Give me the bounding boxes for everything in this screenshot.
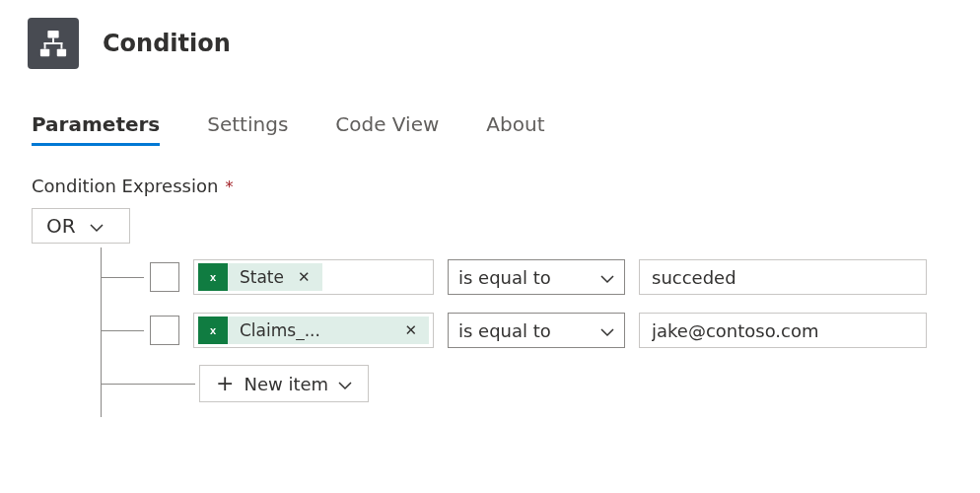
- field-token-label: Claims_...: [240, 320, 320, 340]
- chevron-down-icon: [338, 374, 352, 394]
- field-token-label: State: [240, 267, 284, 287]
- tab-code-view[interactable]: Code View: [335, 112, 439, 146]
- tab-parameters[interactable]: Parameters: [32, 112, 160, 146]
- tree-connector-horizontal: [101, 384, 195, 385]
- condition-icon: [28, 18, 79, 69]
- svg-rect-3: [52, 37, 54, 42]
- required-marker: *: [225, 177, 233, 196]
- field-token-input[interactable]: x Claims_... ✕: [193, 313, 434, 348]
- new-item-label: New item: [244, 374, 328, 394]
- condition-row: x Claims_... ✕ is equal to: [101, 311, 948, 350]
- chevron-down-icon: [90, 214, 104, 238]
- comparator-value: is equal to: [458, 267, 551, 288]
- new-item-button[interactable]: + New item: [199, 365, 369, 402]
- condition-row: x State ✕ is equal to: [101, 257, 948, 297]
- excel-icon: x: [198, 317, 228, 344]
- value-input[interactable]: [639, 259, 927, 295]
- field-token-input[interactable]: x State ✕: [193, 259, 434, 295]
- panel-title: Condition: [103, 30, 231, 57]
- remove-token-icon[interactable]: ✕: [296, 268, 313, 286]
- logical-operator-select[interactable]: OR: [32, 208, 130, 244]
- svg-rect-6: [61, 42, 63, 49]
- svg-rect-4: [44, 42, 63, 44]
- chevron-down-icon: [600, 320, 614, 341]
- remove-token-icon[interactable]: ✕: [402, 321, 419, 339]
- logical-operator-value: OR: [46, 214, 76, 238]
- comparator-select[interactable]: is equal to: [448, 259, 625, 295]
- excel-icon: x: [198, 263, 228, 291]
- comparator-value: is equal to: [458, 320, 551, 341]
- panel-header: Condition: [0, 0, 980, 79]
- row-checkbox[interactable]: [150, 316, 179, 345]
- new-item-row: + New item: [101, 364, 948, 403]
- svg-rect-2: [57, 49, 66, 57]
- tab-about[interactable]: About: [486, 112, 544, 146]
- value-input[interactable]: [639, 313, 927, 348]
- plus-icon: +: [216, 373, 234, 394]
- tree-connector-horizontal: [101, 277, 144, 278]
- svg-rect-1: [40, 49, 49, 57]
- svg-rect-0: [47, 31, 58, 38]
- row-checkbox[interactable]: [150, 262, 179, 292]
- section-label: Condition Expression: [32, 176, 218, 196]
- section-condition-expression: Condition Expression *: [0, 146, 980, 196]
- tab-settings[interactable]: Settings: [207, 112, 288, 146]
- tree-connector-horizontal: [101, 330, 144, 331]
- comparator-select[interactable]: is equal to: [448, 313, 625, 348]
- svg-rect-5: [44, 42, 46, 49]
- tab-bar: Parameters Settings Code View About: [0, 79, 980, 146]
- chevron-down-icon: [600, 267, 614, 288]
